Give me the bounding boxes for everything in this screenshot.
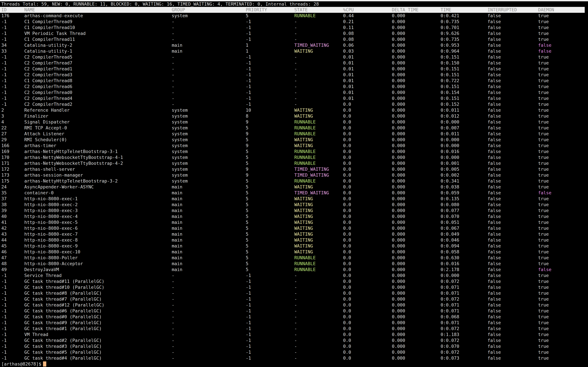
cell-priority: -1: [246, 296, 294, 302]
cell-interrupted: false: [488, 302, 538, 308]
cell-name: VM Thread: [24, 332, 172, 337]
thread-row: 173arthas-session-managersystem9TIMED_WA…: [0, 172, 588, 178]
cell-id: -1: [1, 337, 24, 343]
cell-daemon: true: [538, 273, 588, 278]
cell-daemon: true: [538, 255, 588, 261]
cell-priority: 5: [246, 214, 294, 219]
cell-time: 0:0.012: [441, 113, 488, 119]
cell-cpu: 0.0: [343, 249, 392, 255]
cell-group: -: [172, 90, 246, 95]
cell-priority: -1: [246, 355, 294, 361]
cell-interrupted: false: [488, 349, 538, 355]
cell-name: http-nio-8080-exec-9: [24, 243, 172, 249]
cell-daemon: true: [538, 196, 588, 202]
cell-interrupted: false: [488, 166, 538, 172]
cell-priority: -1: [246, 66, 294, 72]
cell-id: 171: [1, 160, 24, 166]
cell-state: -: [294, 273, 343, 278]
cell-state: TIMED_WAITING: [294, 166, 343, 172]
cell-cpu: 0.0: [343, 160, 392, 166]
cell-daemon: true: [538, 36, 588, 42]
cell-delta-time: 0.000: [392, 42, 441, 48]
cell-interrupted: false: [488, 273, 538, 278]
cell-cpu: 0.0: [343, 101, 392, 107]
cell-time: 0:0.071: [441, 308, 488, 314]
cell-group: -: [172, 54, 246, 60]
cell-delta-time: 0.000: [392, 202, 441, 208]
cell-state: WAITING: [294, 107, 343, 113]
cell-group: -: [172, 290, 246, 296]
cell-priority: 9: [246, 131, 294, 137]
cell-time: 0:0.011: [441, 107, 488, 113]
cell-state: WAITING: [294, 208, 343, 214]
cell-id: -1: [1, 25, 24, 31]
cell-name: http-nio-8080-exec-4: [24, 214, 172, 219]
cell-interrupted: false: [488, 355, 538, 361]
cell-daemon: true: [538, 208, 588, 214]
thread-row: -1C2 CompilerThread2--1-0.00.0000:0.152f…: [0, 101, 588, 107]
cell-cpu: 0.44: [343, 13, 392, 19]
cell-id: -1: [1, 84, 24, 90]
cell-time: 0:0.000: [441, 273, 488, 278]
cell-daemon: true: [538, 125, 588, 131]
cell-interrupted: false: [488, 296, 538, 302]
cell-id: 4: [1, 119, 24, 125]
cell-priority: 5: [246, 267, 294, 273]
cell-time: 0:0.072: [441, 349, 488, 355]
prompt-line[interactable]: [arthas@82678]$: [0, 361, 588, 367]
thread-row: 29RMI Scheduler(0)system5WAITING0.00.000…: [0, 137, 588, 143]
cell-delta-time: 0.000: [392, 48, 441, 54]
cell-group: main: [172, 42, 246, 48]
cell-time: 0:0.953: [441, 42, 488, 48]
cell-name: C2 CompilerThread6: [24, 84, 172, 90]
cell-priority: 5: [246, 255, 294, 261]
cell-group: main: [172, 243, 246, 249]
cell-daemon: true: [538, 160, 588, 166]
cell-delta-time: 0.000: [392, 343, 441, 349]
cell-state: WAITING: [294, 48, 343, 54]
cell-daemon: true: [538, 343, 588, 349]
cell-delta-time: 0.000: [392, 107, 441, 113]
cell-group: -: [172, 19, 246, 25]
cell-state: -: [294, 278, 343, 284]
cell-time: 0:0.341: [441, 178, 488, 184]
column-header-state: STATE: [294, 7, 343, 13]
cell-interrupted: false: [488, 308, 538, 314]
cell-time: 0:0.154: [441, 90, 488, 95]
cell-id: -1: [1, 314, 24, 320]
cell-name: arthas-NettyHttpTelnetBootstrap-3-2: [24, 178, 172, 184]
cell-name: http-nio-8080-exec-8: [24, 237, 172, 243]
cell-state: WAITING: [294, 113, 343, 119]
cell-delta-time: 0.000: [392, 208, 441, 214]
cell-state: WAITING: [294, 184, 343, 190]
cell-time: 0:0.072: [441, 278, 488, 284]
cell-delta-time: 0.000: [392, 143, 441, 149]
cell-id: 44: [1, 237, 24, 243]
cell-priority: -1: [246, 36, 294, 42]
cell-name: GC task thread#5 (ParallelGC): [24, 349, 172, 355]
cell-id: 175: [1, 178, 24, 184]
cell-cpu: 0.0: [343, 231, 392, 237]
thread-row: 45http-nio-8080-exec-9main5WAITING0.00.0…: [0, 243, 588, 249]
cell-state: RUNNABLE: [294, 178, 343, 184]
cell-state: -: [294, 290, 343, 296]
cell-daemon: true: [538, 214, 588, 219]
cell-time: 0:0.071: [441, 320, 488, 326]
terminal-cursor[interactable]: [43, 361, 46, 367]
cell-name: C1 CompilerThread9: [24, 19, 172, 25]
cell-priority: 5: [246, 243, 294, 249]
cell-group: system: [172, 13, 246, 19]
cell-group: main: [172, 225, 246, 231]
cell-name: http-nio-8080-Poller: [24, 255, 172, 261]
cell-daemon: true: [538, 154, 588, 160]
cell-priority: 5: [246, 178, 294, 184]
cell-cpu: 0.0: [343, 278, 392, 284]
thread-row: -1GC task thread#6 (ParallelGC)--1-0.00.…: [0, 308, 588, 314]
cell-daemon: true: [538, 290, 588, 296]
cell-delta-time: 0.000: [392, 314, 441, 320]
thread-row: 48http-nio-8080-Acceptormain5RUNNABLE0.0…: [0, 261, 588, 267]
cell-delta-time: 0.000: [392, 284, 441, 290]
thread-row: -1C1 CompilerThread10--1-0.110.0000:0.70…: [0, 25, 588, 31]
thread-row: 44http-nio-8080-exec-8main5WAITING0.00.0…: [0, 237, 588, 243]
cell-priority: -1: [246, 31, 294, 36]
